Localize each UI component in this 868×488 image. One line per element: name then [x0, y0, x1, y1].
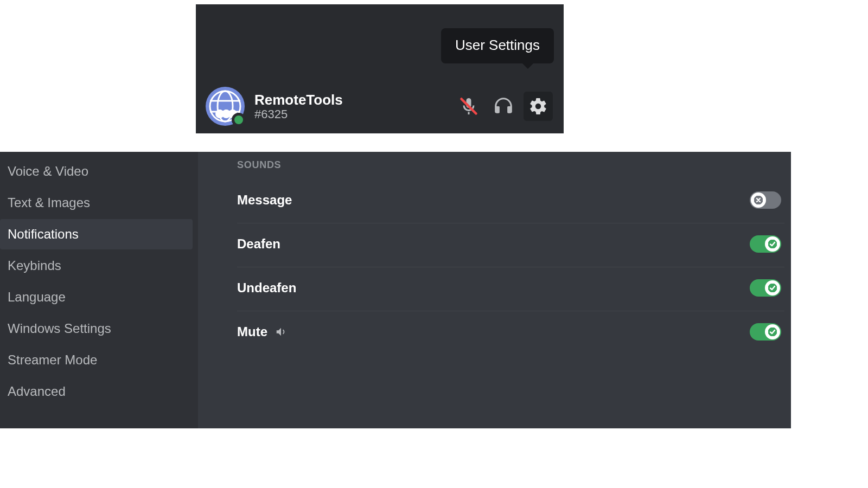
user-panel-bar: RemoteTools #6325 — [196, 79, 564, 133]
sidebar-item-label: Notifications — [8, 227, 79, 241]
sidebar-item-label: Voice & Video — [8, 164, 88, 178]
discriminator: #6325 — [254, 108, 454, 120]
sidebar-item-label: Advanced — [8, 384, 66, 399]
sound-row-deafen: Deafen — [237, 223, 784, 267]
sound-label: Message — [237, 192, 292, 208]
sound-list: Message Deafen — [237, 179, 791, 355]
settings-sidebar: Voice & Video Text & Images Notification… — [0, 152, 198, 428]
settings-window: Voice & Video Text & Images Notification… — [0, 152, 791, 428]
check-icon — [768, 328, 777, 336]
toggle-knob-icon — [765, 236, 780, 252]
svg-rect-13 — [507, 106, 510, 113]
sidebar-item-language[interactable]: Language — [0, 282, 193, 312]
toggle-undeafen[interactable] — [750, 279, 781, 297]
avatar[interactable] — [206, 87, 245, 126]
sidebar-item-label: Language — [8, 290, 66, 304]
microphone-muted-icon — [459, 97, 478, 116]
toggle-knob-icon — [765, 280, 780, 296]
tooltip-text: User Settings — [455, 37, 540, 53]
volume-icon — [275, 326, 287, 338]
sidebar-item-advanced[interactable]: Advanced — [0, 376, 193, 407]
svg-point-10 — [231, 110, 235, 114]
sidebar-item-label: Streamer Mode — [8, 352, 97, 367]
deafen-button[interactable] — [489, 92, 518, 121]
toggle-mute[interactable] — [750, 323, 781, 341]
toggle-knob-icon — [751, 192, 766, 208]
user-settings-button[interactable] — [524, 92, 553, 121]
sound-row-mute: Mute — [237, 311, 784, 355]
status-online-icon — [232, 113, 246, 127]
sound-label: Deafen — [237, 236, 280, 252]
username: RemoteTools — [254, 92, 454, 108]
user-info[interactable]: RemoteTools #6325 — [254, 92, 454, 121]
sidebar-item-streamer-mode[interactable]: Streamer Mode — [0, 345, 193, 375]
sidebar-item-label: Windows Settings — [8, 321, 111, 336]
svg-rect-12 — [496, 106, 500, 113]
sound-label: Mute — [237, 324, 267, 339]
sound-preview-button[interactable] — [275, 326, 287, 338]
sidebar-item-notifications[interactable]: Notifications — [0, 219, 193, 249]
sound-row-message: Message — [237, 179, 784, 223]
toggle-message[interactable] — [750, 191, 781, 209]
toggle-deafen[interactable] — [750, 235, 781, 253]
sidebar-item-text-images[interactable]: Text & Images — [0, 188, 193, 218]
check-icon — [768, 240, 777, 248]
sidebar-item-label: Keybinds — [8, 258, 61, 273]
sidebar-item-windows-settings[interactable]: Windows Settings — [0, 313, 193, 344]
section-header-sounds: SOUNDS — [237, 159, 791, 171]
gear-icon — [528, 97, 548, 116]
toggle-knob-icon — [765, 324, 780, 339]
tooltip-arrow-icon — [522, 63, 533, 69]
sound-label: Undeafen — [237, 280, 296, 296]
sidebar-item-keybinds[interactable]: Keybinds — [0, 251, 193, 281]
sound-row-undeafen: Undeafen — [237, 267, 784, 311]
svg-point-9 — [224, 110, 228, 114]
x-icon — [754, 196, 763, 204]
user-panel: User Settings — [196, 4, 564, 133]
mute-button[interactable] — [454, 92, 483, 121]
settings-content: SOUNDS Message Deafen — [198, 152, 791, 428]
headphones-icon — [493, 96, 514, 117]
check-icon — [768, 284, 777, 292]
user-settings-tooltip: User Settings — [441, 28, 554, 63]
sidebar-item-label: Text & Images — [8, 195, 90, 210]
sidebar-item-voice-video[interactable]: Voice & Video — [0, 156, 193, 187]
svg-point-8 — [218, 110, 222, 114]
